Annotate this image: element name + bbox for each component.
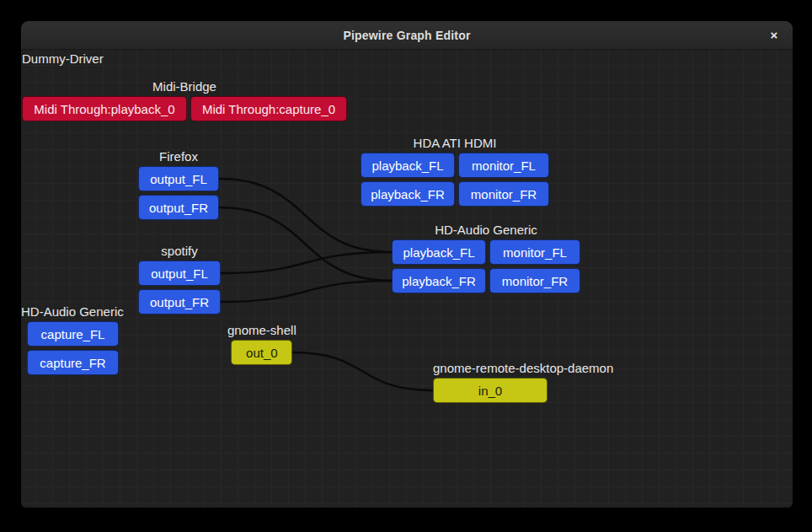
node-title: Dummy-Driver: [22, 51, 104, 66]
node-title: gnome-remote-desktop-daemon: [433, 361, 613, 375]
port-capture-fl[interactable]: capture_FL: [27, 321, 119, 347]
graph-canvas[interactable]: Dummy-Driver Midi-Bridge Midi Through:pl…: [21, 50, 793, 508]
node-midi-bridge[interactable]: Midi-Bridge Midi Through:playback_0 Midi…: [22, 79, 347, 121]
ports-grid: playback_FL monitor_FL playback_FR monit…: [392, 239, 580, 293]
node-title: Midi-Bridge: [152, 79, 216, 94]
port-hd-audio-playback-fr[interactable]: playback_FR: [392, 268, 486, 293]
link[interactable]: [221, 252, 392, 273]
node-spotify[interactable]: spotify output_FL output_FR: [138, 244, 221, 314]
node-title: HDA ATI HDMI: [414, 136, 497, 150]
ports-column: output_FL output_FR: [138, 166, 219, 220]
link[interactable]: [221, 281, 392, 302]
titlebar[interactable]: Pipewire Graph Editor ×: [21, 21, 793, 50]
port-hda-monitor-fr[interactable]: monitor_FR: [458, 181, 549, 207]
port-hda-playback-fr[interactable]: playback_FR: [361, 181, 455, 207]
port-midi-through-capture-0[interactable]: Midi Through:capture_0: [190, 96, 347, 121]
port-hd-audio-playback-fl[interactable]: playback_FL: [392, 239, 486, 265]
ports-column: out_0: [231, 340, 292, 365]
link[interactable]: [292, 352, 433, 390]
node-hda-ati-hdmi[interactable]: HDA ATI HDMI playback_FL monitor_FL play…: [361, 136, 549, 207]
window-title: Pipewire Graph Editor: [343, 29, 470, 42]
node-title: Firefox: [159, 149, 198, 164]
close-icon: ×: [771, 28, 778, 42]
node-firefox[interactable]: Firefox output_FL output_FR: [138, 149, 219, 220]
node-dummy-driver[interactable]: Dummy-Driver: [22, 51, 104, 68]
link[interactable]: [219, 207, 392, 281]
port-remote-desktop-in-0[interactable]: in_0: [433, 378, 548, 403]
node-gnome-shell[interactable]: gnome-shell out_0: [227, 323, 296, 365]
node-title: HD-Audio Generic: [21, 304, 124, 319]
node-title: HD-Audio Generic: [435, 223, 537, 237]
port-hd-audio-monitor-fr[interactable]: monitor_FR: [489, 268, 580, 293]
port-firefox-output-fl[interactable]: output_FL: [138, 166, 219, 191]
close-button[interactable]: ×: [763, 24, 785, 46]
ports-column: in_0: [433, 378, 548, 403]
port-gnome-shell-out-0[interactable]: out_0: [231, 340, 292, 365]
port-firefox-output-fr[interactable]: output_FR: [138, 195, 219, 220]
port-hd-audio-monitor-fl[interactable]: monitor_FL: [489, 239, 580, 265]
ports-grid: playback_FL monitor_FL playback_FR monit…: [361, 153, 549, 207]
ports-row: Midi Through:playback_0 Midi Through:cap…: [22, 96, 347, 121]
node-title: spotify: [161, 244, 197, 258]
node-gnome-remote-desktop-daemon[interactable]: gnome-remote-desktop-daemon in_0: [433, 361, 613, 403]
node-hd-audio-generic-capture[interactable]: HD-Audio Generic capture_FL capture_FR: [21, 304, 124, 375]
pipewire-graph-editor-window: Pipewire Graph Editor × Dummy-Driver Mid…: [21, 21, 793, 508]
port-spotify-output-fl[interactable]: output_FL: [138, 261, 221, 286]
port-hda-playback-fl[interactable]: playback_FL: [361, 153, 455, 178]
node-title: gnome-shell: [227, 323, 296, 337]
port-hda-monitor-fl[interactable]: monitor_FL: [458, 153, 549, 178]
port-midi-through-playback-0[interactable]: Midi Through:playback_0: [22, 96, 187, 121]
port-spotify-output-fr[interactable]: output_FR: [138, 289, 221, 314]
ports-column: capture_FL capture_FR: [27, 321, 119, 375]
ports-column: output_FL output_FR: [138, 261, 221, 314]
node-hd-audio-generic-output[interactable]: HD-Audio Generic playback_FL monitor_FL …: [392, 223, 580, 293]
port-capture-fr[interactable]: capture_FR: [27, 350, 119, 375]
